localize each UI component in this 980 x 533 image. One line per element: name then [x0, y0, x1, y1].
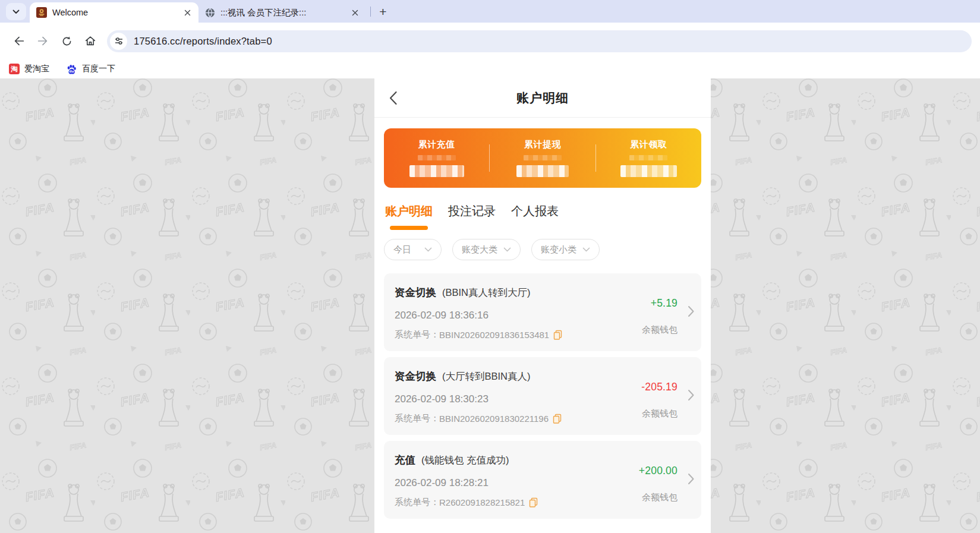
chevron-down-icon — [582, 247, 590, 252]
copy-order-button[interactable] — [553, 330, 562, 340]
chevron-down-icon — [424, 247, 432, 252]
filter-row: 今日 账变大类 账变小类 — [374, 230, 711, 269]
bookmark-baidu[interactable]: du 百度一下 — [66, 64, 115, 75]
copy-order-button[interactable] — [529, 497, 538, 507]
major-category-dropdown[interactable]: 账变大类 — [452, 239, 521, 260]
order-label: 系统单号： — [395, 329, 439, 340]
masked-value-blur — [629, 155, 667, 160]
browser-tab-welcome[interactable]: Welcome — [30, 2, 198, 23]
total-withdraw: 累计提现 — [490, 139, 595, 177]
home-icon — [84, 34, 97, 48]
masked-value-blur — [418, 155, 456, 160]
chevron-down-icon — [503, 247, 511, 252]
bookmark-label: 爱淘宝 — [24, 64, 49, 74]
record-time: 2026-02-09 18:28:21 — [395, 477, 606, 489]
browser-toolbar: 175616.cc/reports/index?tab=0 — [0, 23, 980, 59]
masked-value-blur — [524, 155, 562, 160]
order-number: BBIN202602091830221196 — [439, 414, 549, 424]
record-wallet: 余额钱包 — [642, 324, 678, 336]
tab-close-icon[interactable] — [348, 6, 361, 19]
record-wallet: 余额钱包 — [642, 408, 678, 420]
tab-bet-records[interactable]: 投注记录 — [448, 203, 496, 230]
record-type: 充值 — [395, 453, 415, 467]
order-label: 系统单号： — [395, 497, 439, 508]
totals-summary-card: 累计充值 累计提现 累计领取 — [384, 128, 701, 188]
date-filter-dropdown[interactable]: 今日 — [384, 239, 442, 260]
masked-value — [620, 165, 677, 177]
order-label: 系统单号： — [395, 413, 439, 424]
bookmark-label: 百度一下 — [82, 64, 115, 74]
record-type: 资金切换 — [395, 369, 436, 383]
panel-header: 账户明细 — [374, 78, 711, 118]
minor-category-dropdown[interactable]: 账变小类 — [531, 239, 600, 260]
record-time: 2026-02-09 18:36:16 — [395, 310, 606, 321]
back-button[interactable] — [7, 29, 31, 53]
total-deposit: 累计充值 — [384, 139, 489, 177]
back-chevron-button[interactable] — [389, 78, 398, 117]
record-wallet: 余额钱包 — [642, 492, 678, 503]
address-bar[interactable]: 175616.cc/reports/index?tab=0 — [107, 30, 972, 52]
total-claimed: 累计领取 — [596, 139, 701, 177]
tab-personal-report[interactable]: 个人报表 — [511, 203, 559, 230]
active-tab-underline — [390, 226, 428, 230]
tune-icon — [114, 36, 124, 46]
url-text[interactable]: 175616.cc/reports/index?tab=0 — [134, 36, 272, 47]
arrow-left-icon — [12, 34, 26, 48]
chevron-down-icon — [12, 10, 20, 14]
forward-button[interactable] — [31, 29, 55, 53]
record-row[interactable]: 充值 (钱能钱包 充值成功) 2026-02-09 18:28:21 系统单号：… — [384, 441, 701, 519]
masked-value — [409, 165, 464, 177]
chevron-right-icon — [688, 389, 694, 403]
new-tab-button[interactable]: + — [375, 4, 391, 20]
order-number: BBIN202602091836153481 — [439, 330, 549, 340]
baidu-paw-icon: du — [66, 64, 77, 75]
svg-text:du: du — [70, 70, 74, 73]
record-detail: (BBIN真人转到大厅) — [442, 286, 531, 299]
reload-icon — [61, 35, 73, 48]
chevron-right-icon — [688, 305, 694, 320]
reload-button[interactable] — [55, 29, 78, 53]
bookmarks-bar: 淘 爱淘宝 du 百度一下 — [0, 59, 980, 78]
page-title: 账户明细 — [516, 90, 569, 106]
tab-close-icon[interactable] — [181, 6, 194, 19]
tab-divider — [370, 7, 371, 17]
globe-icon — [205, 8, 215, 18]
masked-value — [516, 165, 569, 177]
copy-icon — [553, 414, 562, 424]
section-tabs: 账户明细 投注记录 个人报表 — [374, 188, 711, 230]
tab-account-detail[interactable]: 账户明细 — [385, 203, 433, 230]
order-number: R2602091828215821 — [439, 497, 525, 507]
record-amount: +5.19 — [651, 297, 678, 310]
record-detail: (大厅转到BBIN真人) — [442, 370, 531, 383]
arrow-right-icon — [36, 34, 49, 48]
record-detail: (钱能钱包 充值成功) — [421, 454, 509, 467]
chevron-right-icon — [688, 473, 694, 487]
record-row[interactable]: 资金切换 (BBIN真人转到大厅) 2026-02-09 18:36:16 系统… — [384, 273, 701, 351]
home-button[interactable] — [78, 29, 102, 53]
browser-tab-records[interactable]: :::视讯 会员下注纪录::: — [198, 2, 366, 23]
copy-order-button[interactable] — [553, 414, 562, 424]
record-row[interactable]: 资金切换 (大厅转到BBIN真人) 2026-02-09 18:30:23 系统… — [384, 357, 701, 435]
record-time: 2026-02-09 18:30:23 — [395, 393, 606, 405]
record-type: 资金切换 — [395, 285, 436, 299]
site-info-button[interactable] — [110, 33, 127, 50]
svg-text:淘: 淘 — [10, 65, 18, 73]
record-list: 资金切换 (BBIN真人转到大厅) 2026-02-09 18:36:16 系统… — [374, 269, 711, 519]
bookmark-taobao[interactable]: 淘 爱淘宝 — [9, 64, 49, 74]
record-amount: +200.00 — [639, 465, 678, 477]
tab-strip: Welcome :::视讯 会员下注纪录::: + — [0, 0, 980, 23]
copy-icon — [529, 497, 538, 507]
record-amount: -205.19 — [641, 381, 678, 393]
browser-chrome: Welcome :::视讯 会员下注纪录::: + — [0, 0, 980, 78]
copy-icon — [553, 330, 562, 340]
tab-title: Welcome — [52, 8, 181, 17]
page-viewport: FIFA FIFA 账户 — [0, 78, 980, 533]
chevron-left-icon — [389, 91, 398, 105]
total-withdraw-label: 累计提现 — [524, 139, 561, 150]
account-detail-panel: 账户明细 累计充值 累计提现 累计领取 账户明细 — [374, 78, 711, 533]
tab-search-button[interactable] — [6, 3, 26, 20]
total-claimed-label: 累计领取 — [630, 139, 667, 150]
total-deposit-label: 累计充值 — [418, 139, 455, 150]
tab-title: :::视讯 会员下注纪录::: — [220, 7, 348, 18]
site-favicon-icon — [36, 7, 47, 18]
